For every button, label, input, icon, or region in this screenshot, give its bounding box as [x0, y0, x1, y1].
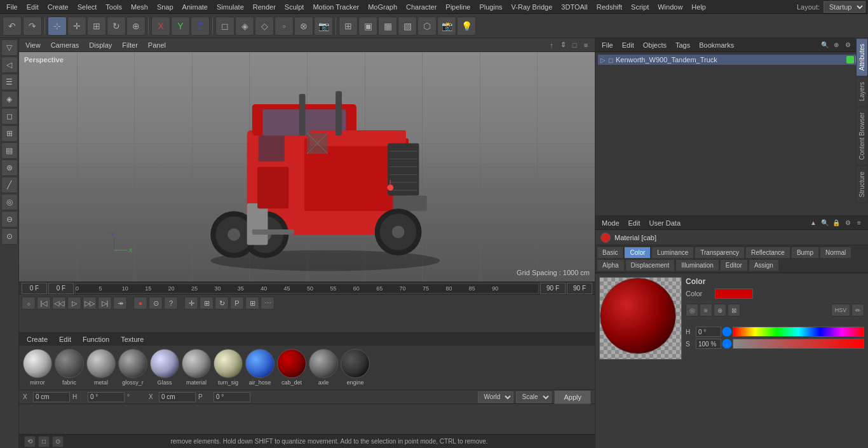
left-tool-12[interactable]: ⊙	[1, 228, 18, 245]
left-tool-10[interactable]: ◎	[1, 194, 18, 210]
obj-row-truck[interactable]: ▷ ◻ Kenworth_W900_Tandem_Truck	[598, 55, 865, 65]
obj-settings-icon[interactable]: ⚙	[843, 40, 853, 50]
mat-item-fabric[interactable]: fabric	[55, 349, 84, 386]
mat-item-glossy_r[interactable]: glossy_r	[118, 349, 147, 386]
menu-mesh[interactable]: Mesh	[127, 2, 152, 12]
viewport-btn-3[interactable]: ▦	[378, 17, 397, 36]
hue-gradient-bar[interactable]	[733, 327, 864, 337]
left-tool-9[interactable]: ╱	[1, 177, 18, 193]
live-selection[interactable]: ⊗	[294, 17, 313, 36]
h-input[interactable]	[696, 327, 721, 337]
vp-icon-2[interactable]: ⇕	[558, 40, 568, 50]
left-tool-5[interactable]: ◻	[1, 108, 18, 125]
obj-menu-tags[interactable]: Tags	[673, 40, 693, 50]
attr-settings-icon[interactable]: ⚙	[843, 218, 853, 228]
keyframe-btn[interactable]: ⬦	[22, 297, 36, 309]
undo-button[interactable]: ↶	[3, 17, 22, 36]
color-swatch-main[interactable]	[715, 288, 753, 299]
viewport-menu-filter[interactable]: Filter	[119, 40, 140, 50]
attr-menu-edit[interactable]: Edit	[626, 218, 643, 228]
mat-menu-function[interactable]: Function	[80, 334, 112, 344]
menu-help[interactable]: Help	[688, 2, 710, 12]
cp-expand-btn[interactable]: ⊠	[728, 304, 740, 316]
s-input[interactable]	[696, 339, 721, 349]
mat-tab-editor[interactable]: Editor	[720, 259, 748, 271]
move-tool[interactable]: ✛	[67, 17, 86, 36]
left-tool-11[interactable]: ⊖	[1, 211, 18, 227]
status-icon-2[interactable]: □	[38, 436, 50, 447]
mat-tab-alpha[interactable]: Alpha	[597, 259, 625, 271]
attr-search-icon[interactable]: 🔍	[820, 218, 830, 228]
menu-create[interactable]: Create	[44, 2, 72, 12]
mat-menu-edit[interactable]: Edit	[57, 334, 74, 344]
vtab-structure[interactable]: Structure	[856, 166, 868, 203]
left-tool-2[interactable]: ◁	[1, 57, 18, 73]
x-position-input[interactable]	[33, 392, 70, 402]
x-scale-input[interactable]	[159, 392, 196, 402]
select-tool[interactable]: ⊹	[48, 17, 67, 36]
viewport-menu-display[interactable]: Display	[86, 40, 114, 50]
status-icon-1[interactable]: ⟲	[24, 436, 36, 447]
attr-menu-mode[interactable]: Mode	[599, 218, 622, 228]
obj-search-icon[interactable]: 🔍	[820, 40, 830, 50]
light-btn[interactable]: 💡	[457, 17, 476, 36]
play-fwd-btn[interactable]: ▷▷	[83, 297, 97, 309]
menu-script[interactable]: Script	[627, 2, 653, 12]
mat-tab-transparency[interactable]: Transparency	[695, 247, 745, 259]
menu-edit[interactable]: Edit	[23, 2, 43, 12]
grid-key-btn[interactable]: ⊞	[245, 297, 259, 309]
face-mode[interactable]: ◇	[255, 17, 274, 36]
more-btn[interactable]: ⋯	[261, 297, 275, 309]
edge-mode[interactable]: ◈	[235, 17, 254, 36]
menu-window[interactable]: Window	[654, 2, 686, 12]
sat-gradient-bar[interactable]	[733, 339, 864, 349]
vp-icon-3[interactable]: □	[569, 40, 580, 50]
object-mode[interactable]: ◻	[215, 17, 234, 36]
cam-mode[interactable]: 📷	[314, 17, 333, 36]
move-key-btn[interactable]: ✛	[184, 297, 198, 309]
mat-menu-texture[interactable]: Texture	[118, 334, 146, 344]
mat-tab-basic[interactable]: Basic	[597, 247, 623, 259]
mat-tab-luminance[interactable]: Luminance	[651, 247, 694, 259]
obj-menu-edit[interactable]: Edit	[620, 40, 637, 50]
menu-simulate[interactable]: Simulate	[213, 2, 248, 12]
menu-plugins[interactable]: Plugins	[475, 2, 506, 12]
attr-up-icon[interactable]: ▲	[808, 218, 818, 228]
mat-tab-reflectance[interactable]: Reflectance	[745, 247, 790, 259]
menu-sculpt[interactable]: Sculpt	[281, 2, 308, 12]
render-region[interactable]: ⬡	[417, 17, 437, 36]
menu-file[interactable]: File	[3, 2, 22, 12]
scale-key-btn[interactable]: ⊞	[200, 297, 214, 309]
status-icon-3[interactable]: ⊙	[52, 436, 64, 447]
attr-lock-icon[interactable]: 🔒	[831, 218, 841, 228]
s-stepper[interactable]	[725, 342, 729, 346]
viewport-menu-panel[interactable]: Panel	[146, 40, 168, 50]
h-stepper[interactable]	[725, 330, 729, 334]
obj-menu-bookmarks[interactable]: Bookmarks	[696, 40, 736, 50]
mat-tab-illumination[interactable]: Illumination	[675, 259, 719, 271]
menu-pipeline[interactable]: Pipeline	[442, 2, 474, 12]
cp-wheel-btn[interactable]: ◎	[686, 304, 698, 316]
obj-filter-icon[interactable]: ⊕	[831, 40, 841, 50]
frame-current-input[interactable]	[48, 283, 74, 294]
mat-tab-assign[interactable]: Assign	[749, 259, 779, 271]
universal-tool[interactable]: ⊕	[126, 17, 146, 36]
attr-collapse-icon[interactable]: ≡	[854, 218, 864, 228]
rotate-tool[interactable]: ↻	[107, 17, 126, 36]
param-btn[interactable]: P	[230, 297, 244, 309]
timeline-ruler[interactable]: 0 5 10 15 20 25 30 35 40 45 50 55 60 65	[75, 283, 539, 294]
mat-item-air_hose[interactable]: air_hose	[245, 349, 275, 386]
3d-viewport[interactable]: X Y Perspective Grid Spacing : 1000 cm	[19, 52, 595, 282]
play-back-btn[interactable]: ◁◁	[52, 297, 66, 309]
mat-item-material[interactable]: material	[182, 349, 211, 386]
left-tool-7[interactable]: ▤	[1, 142, 18, 159]
axis-z[interactable]: Z	[191, 17, 210, 36]
viewport-btn-4[interactable]: ▧	[398, 17, 417, 36]
frame-max-input[interactable]	[567, 283, 592, 294]
cp-eyedropper-btn[interactable]: ⊕	[714, 304, 726, 316]
next-frame-btn[interactable]: ▷|	[98, 297, 112, 309]
menu-motion-tracker[interactable]: Motion Tracker	[309, 2, 363, 12]
mat-item-metal[interactable]: metal	[86, 349, 116, 386]
left-tool-6[interactable]: ⊞	[1, 125, 18, 142]
menu-snap[interactable]: Snap	[153, 2, 177, 12]
